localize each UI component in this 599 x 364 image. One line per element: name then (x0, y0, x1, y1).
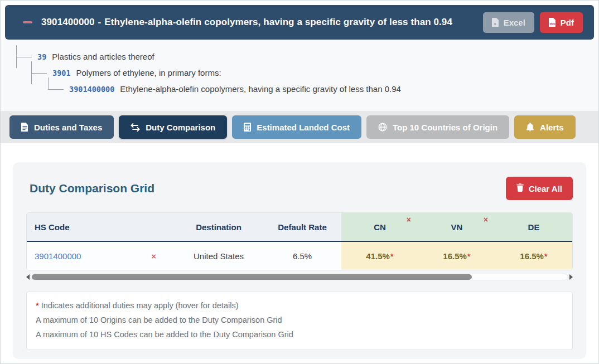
duty-rate-value: 16.5% (520, 251, 544, 261)
page: 3901400000-Ethylene-alpha-olefin copolym… (0, 0, 599, 364)
excel-file-icon: x (492, 18, 499, 27)
cell-default-rate: 6.5% (263, 242, 341, 270)
document-icon (21, 123, 28, 132)
additional-duty-flag: * (544, 251, 548, 261)
grid-data-row: 3901400000 × United States 6.5% 41.5%* 1… (27, 242, 572, 270)
clear-all-label: Clear All (529, 184, 562, 193)
hs-code-link[interactable]: 3901400000 (35, 251, 81, 261)
header-hs-code: HS Code (27, 213, 174, 241)
tree-item-heading: 3901 Polymers of ethylene, in primary fo… (30, 65, 590, 81)
grid-header-row: HS Code Destination Default Rate CN × VN… (27, 213, 572, 242)
panel-header: Duty Comparison Grid Clear All (26, 177, 573, 200)
calculator-icon (244, 123, 251, 132)
duty-comparison-grid: HS Code Destination Default Rate CN × VN… (26, 212, 573, 270)
tree-branch-icon (30, 65, 47, 81)
tab-top-10-countries-of-origin[interactable]: Top 10 Countries of Origin (366, 115, 509, 139)
export-actions: x Excel PDF Pdf (483, 12, 583, 33)
origin-code-label: VN (451, 222, 463, 232)
tree-code-link[interactable]: 3901 (52, 69, 71, 77)
excel-export-button[interactable]: x Excel (483, 12, 534, 33)
cell-destination: United States (174, 242, 263, 270)
tab-label: Duty Comparison (146, 123, 215, 132)
note-max-hs-codes: A maximum of 10 HS Codes can be added to… (36, 327, 563, 342)
tab-label: Alerts (540, 123, 564, 132)
svg-text:x: x (494, 21, 496, 26)
header-destination: Destination (174, 213, 263, 241)
compare-arrows-icon (131, 123, 140, 132)
additional-duty-flag: * (467, 251, 471, 261)
tab-estimated-landed-cost[interactable]: Estimated Landed Cost (232, 115, 361, 139)
default-rate-value: 6.5% (293, 251, 312, 261)
tree-item-chapter: 39 Plastics and articles thereof (15, 48, 590, 65)
destination-label: United States (194, 251, 244, 261)
origin-code-label: DE (528, 222, 540, 232)
pdf-export-button[interactable]: PDF Pdf (540, 12, 583, 33)
duty-rate-value: 41.5% (366, 251, 390, 261)
hs-hierarchy-tree: 39 Plastics and articles thereof 3901 Po… (1, 40, 598, 111)
title-separator: - (98, 17, 102, 27)
panel-title: Duty Comparison Grid (26, 182, 154, 195)
origin-code-label: CN (374, 222, 386, 232)
scroll-right-arrow-icon[interactable] (569, 274, 573, 280)
note-text: A maximum of 10 Origins can be added to … (36, 316, 282, 324)
tree-item-commodity: 3901400000 Ethylene-alpha-olefin copolym… (47, 81, 590, 97)
tree-code-link[interactable]: 39 (37, 52, 46, 61)
pdf-button-label: Pdf (561, 18, 574, 27)
tab-duty-comparison[interactable]: Duty Comparison (119, 115, 227, 139)
svg-text:PDF: PDF (549, 22, 556, 26)
note-text: Indicates additional duties may apply (h… (41, 301, 239, 310)
collapse-minus-icon[interactable] (23, 21, 32, 23)
tab-alerts[interactable]: Alerts (514, 115, 576, 139)
tree-code-link[interactable]: 3901400000 (69, 85, 114, 94)
note-additional-duties: *Indicates additional duties may apply (… (36, 298, 563, 313)
remove-origin-icon[interactable]: × (407, 216, 411, 224)
remove-origin-icon[interactable]: × (484, 216, 488, 224)
tree-branch-end-icon (47, 81, 64, 97)
additional-duty-flag: * (390, 251, 394, 261)
tree-branch-icon (15, 48, 32, 65)
header-origin-vn: VN × (418, 213, 495, 241)
header-default-rate: Default Rate (263, 213, 341, 241)
tab-label: Top 10 Countries of Origin (393, 123, 497, 132)
bell-icon (526, 123, 534, 132)
header-origin-cn: CN × (341, 213, 418, 241)
commodity-description: Ethylene-alpha-olefin copolymers, having… (104, 17, 452, 27)
tab-label: Duties and Taxes (34, 123, 102, 132)
horizontal-scrollbar (26, 273, 573, 281)
clear-all-button[interactable]: Clear All (506, 177, 573, 200)
asterisk-icon: * (36, 301, 39, 310)
tab-duties-and-taxes[interactable]: Duties and Taxes (9, 115, 114, 139)
trash-icon (516, 183, 524, 193)
note-max-origins: A maximum of 10 Origins can be added to … (36, 313, 563, 327)
globe-icon (378, 123, 387, 132)
cell-rate-cn: 41.5%* (341, 242, 418, 270)
tree-description: Ethylene-alpha-olefin copolymers, having… (120, 84, 401, 94)
cell-rate-de: 16.5%* (495, 242, 572, 270)
excel-button-label: Excel (504, 18, 525, 27)
hs-code: 3901400000 (41, 17, 95, 27)
section-tab-strip: Duties and Taxes Duty Comparison Estimat… (1, 111, 598, 143)
duty-comparison-panel: Duty Comparison Grid Clear All HS Code D… (13, 162, 586, 359)
commodity-title: 3901400000-Ethylene-alpha-olefin copolym… (41, 17, 452, 28)
tree-description: Polymers of ethylene, in primary forms: (76, 68, 221, 77)
duty-rate-value: 16.5% (443, 251, 467, 261)
pdf-file-icon: PDF (549, 18, 556, 27)
note-text: A maximum of 10 HS Codes can be added to… (36, 330, 293, 339)
header-origin-de: DE (495, 213, 572, 241)
cell-rate-vn: 16.5%* (418, 242, 495, 270)
scrollbar-track[interactable] (31, 274, 568, 280)
tab-label: Estimated Landed Cost (257, 123, 350, 132)
scrollbar-thumb[interactable] (32, 274, 472, 280)
cell-hs-code: 3901400000 × (27, 242, 174, 270)
remove-row-icon[interactable]: × (151, 251, 156, 261)
scroll-left-arrow-icon[interactable] (26, 274, 30, 280)
tree-description: Plastics and articles thereof (52, 52, 154, 61)
grid-notes-box: *Indicates additional duties may apply (… (26, 291, 573, 350)
commodity-header-bar: 3901400000-Ethylene-alpha-olefin copolym… (5, 5, 594, 40)
